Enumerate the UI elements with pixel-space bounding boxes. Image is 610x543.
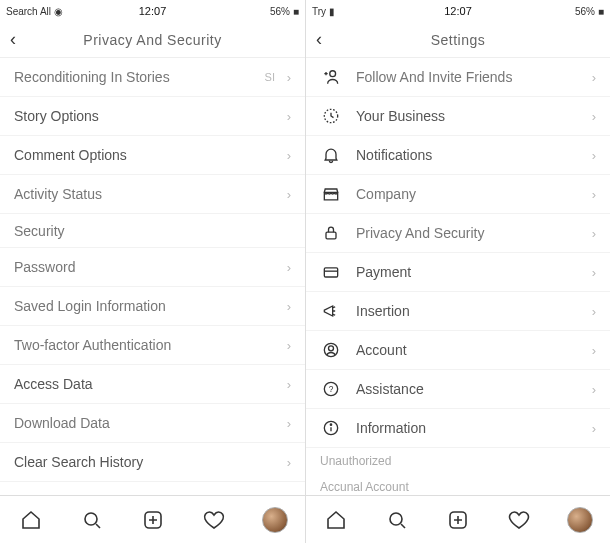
chevron-right-icon: › (287, 299, 291, 314)
chevron-right-icon: › (592, 187, 596, 202)
status-bar: Try▮ 12:07 56%■ (306, 0, 610, 22)
row-label: Payment (356, 264, 596, 280)
status-bar: Search All◉ 12:07 56%■ (0, 0, 305, 22)
row-label: Clear Search History (14, 454, 291, 470)
row-label: Activity Status (14, 186, 291, 202)
search-icon (385, 508, 409, 532)
chevron-right-icon: › (592, 148, 596, 163)
battery-percent: 56% (270, 6, 290, 17)
clock: 12:07 (444, 5, 472, 17)
clock-icon (320, 105, 342, 127)
chevron-right-icon: › (287, 148, 291, 163)
settings-row-reconditioning-in-stories[interactable]: Reconditioning In StoriesSI› (0, 58, 305, 97)
settings-row-access-data[interactable]: Access Data› (0, 365, 305, 404)
row-label: Reconditioning In Stories (14, 69, 291, 85)
nav-heart[interactable] (502, 503, 536, 537)
settings-row-saved-login-information[interactable]: Saved Login Information› (0, 287, 305, 326)
card-icon (320, 261, 342, 283)
settings-row-activity-status[interactable]: Activity Status› (0, 175, 305, 214)
search-icon (80, 508, 104, 532)
nav-add[interactable] (136, 503, 170, 537)
svg-point-7 (329, 346, 334, 351)
settings-row-your-business[interactable]: Your Business› (306, 97, 610, 136)
home-icon (324, 508, 348, 532)
row-label: Follow And Invite Friends (356, 69, 596, 85)
addperson-icon (320, 66, 342, 88)
chevron-right-icon: › (287, 338, 291, 353)
row-label: Password (14, 259, 291, 275)
heart-icon (202, 508, 226, 532)
settings-row-security: Security (0, 214, 305, 248)
home-icon (19, 508, 43, 532)
settings-row-account[interactable]: Account› (306, 331, 610, 370)
row-label: Story Options (14, 108, 291, 124)
clock: 12:07 (139, 5, 167, 17)
header: ‹ Privacy And Security (0, 22, 305, 58)
settings-row-assistance[interactable]: ?Assistance› (306, 370, 610, 409)
bell-icon (320, 144, 342, 166)
section-label: Accunal Account (306, 474, 610, 495)
svg-point-12 (390, 513, 402, 525)
row-label: Insertion (356, 303, 596, 319)
svg-point-2 (330, 71, 336, 77)
row-label: Two-factor Authentication (14, 337, 291, 353)
chevron-right-icon: › (287, 455, 291, 470)
row-value: SI (265, 71, 275, 83)
row-label: Security (14, 223, 291, 239)
heart-icon (507, 508, 531, 532)
chevron-right-icon: › (287, 70, 291, 85)
chevron-right-icon: › (592, 343, 596, 358)
back-button[interactable]: ‹ (10, 29, 16, 50)
settings-row-privacy-and-security[interactable]: Privacy And Security› (306, 214, 610, 253)
settings-row-clear-search-history[interactable]: Clear Search History› (0, 443, 305, 482)
nav-search[interactable] (380, 503, 414, 537)
wifi-icon: ◉ (54, 6, 63, 17)
chevron-right-icon: › (287, 416, 291, 431)
nav-heart[interactable] (197, 503, 231, 537)
back-button[interactable]: ‹ (316, 29, 322, 50)
row-label: Account (356, 342, 596, 358)
user-icon (320, 339, 342, 361)
row-label: Information (356, 420, 596, 436)
nav-home[interactable] (14, 503, 48, 537)
row-label: Your Business (356, 108, 596, 124)
settings-row-comment-options[interactable]: Comment Options› (0, 136, 305, 175)
svg-point-11 (330, 424, 331, 425)
store-icon (320, 183, 342, 205)
settings-row-two-factor-authentication[interactable]: Two-factor Authentication› (0, 326, 305, 365)
settings-row-password[interactable]: Password› (0, 248, 305, 287)
nav-avatar[interactable] (258, 503, 292, 537)
settings-list: Follow And Invite Friends›Your Business›… (306, 58, 610, 495)
battery-percent: 56% (575, 6, 595, 17)
chevron-right-icon: › (592, 226, 596, 241)
settings-row-insertion[interactable]: Insertion› (306, 292, 610, 331)
row-label: Notifications (356, 147, 596, 163)
signal-icon: ▮ (329, 6, 335, 17)
chevron-right-icon: › (287, 109, 291, 124)
chevron-right-icon: › (592, 70, 596, 85)
settings-row-company[interactable]: Company› (306, 175, 610, 214)
help-icon: ? (320, 378, 342, 400)
settings-row-notifications[interactable]: Notifications› (306, 136, 610, 175)
nav-avatar[interactable] (563, 503, 597, 537)
chevron-right-icon: › (592, 304, 596, 319)
nav-search[interactable] (75, 503, 109, 537)
bottom-nav (0, 495, 305, 543)
nav-add[interactable] (441, 503, 475, 537)
settings-row-information[interactable]: Information› (306, 409, 610, 448)
chevron-right-icon: › (592, 421, 596, 436)
carrier-label: Search All (6, 6, 51, 17)
avatar-icon (262, 507, 288, 533)
chevron-right-icon: › (287, 187, 291, 202)
row-label: Download Data (14, 415, 291, 431)
battery-icon: ■ (598, 6, 604, 17)
settings-row-download-data[interactable]: Download Data› (0, 404, 305, 443)
settings-row-follow-and-invite-friends[interactable]: Follow And Invite Friends› (306, 58, 610, 97)
nav-home[interactable] (319, 503, 353, 537)
settings-row-story-options[interactable]: Story Options› (0, 97, 305, 136)
bottom-nav (306, 495, 610, 543)
settings-row-payment[interactable]: Payment› (306, 253, 610, 292)
info-icon (320, 417, 342, 439)
chevron-right-icon: › (287, 260, 291, 275)
add-icon (446, 508, 470, 532)
